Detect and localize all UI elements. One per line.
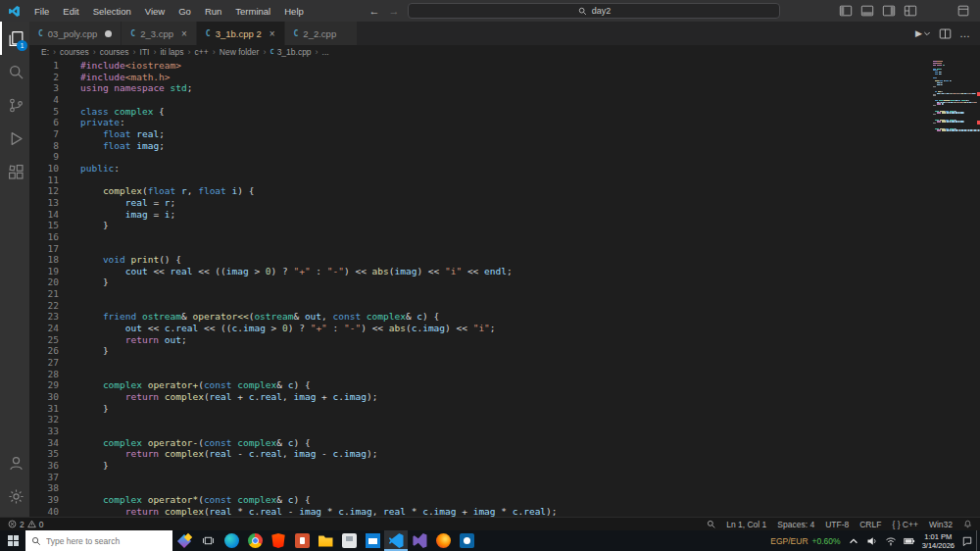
menu-help[interactable]: Help	[277, 0, 311, 22]
modified-dot-icon[interactable]	[105, 30, 112, 37]
network-wifi-icon[interactable]	[885, 535, 897, 547]
activitybar-source-control[interactable]	[0, 88, 29, 122]
code-line-16[interactable]	[80, 231, 931, 243]
code-line-39[interactable]: complex operator*(const complex& c) {	[80, 494, 931, 506]
code-line-12[interactable]: complex(float r, float i) {	[80, 185, 931, 197]
language-mode[interactable]: { } C++	[892, 520, 917, 529]
split-editor-icon[interactable]	[939, 27, 952, 40]
speaker-icon[interactable]	[866, 535, 878, 547]
code-line-36[interactable]: }	[80, 460, 931, 472]
code-line-4[interactable]	[80, 94, 931, 106]
tab-2-2-cpp[interactable]: C2_2.cpp	[285, 22, 359, 45]
battery-icon[interactable]	[904, 535, 915, 547]
code-line-26[interactable]: }	[80, 345, 931, 357]
brave-taskbar-button[interactable]	[267, 530, 290, 551]
vscode-taskbar-button[interactable]	[384, 530, 408, 551]
code-line-19[interactable]: cout << real << ((imag > 0) ? "+" : "-")…	[80, 266, 931, 277]
breadcrumb-item[interactable]: ...	[322, 47, 329, 57]
mail-taskbar-button[interactable]	[361, 530, 384, 551]
code-line-24[interactable]: out << c.real << ((c.imag > 0) ? "+" : "…	[80, 323, 931, 334]
command-center-search[interactable]: day2	[408, 3, 780, 19]
code-line-9[interactable]	[80, 151, 931, 163]
notifications-bell-icon[interactable]	[963, 520, 972, 528]
zoom-icon[interactable]	[707, 520, 715, 528]
menu-view[interactable]: View	[138, 0, 172, 22]
tab-2-3-cpp[interactable]: C2_3.cpp×	[122, 22, 196, 45]
code-line-20[interactable]: }	[80, 276, 931, 288]
indentation[interactable]: Spaces: 4	[777, 520, 814, 529]
activitybar-accounts[interactable]	[0, 446, 29, 479]
menu-run[interactable]: Run	[198, 0, 228, 22]
activitybar-run-debug[interactable]	[0, 122, 29, 155]
breadcrumb-item[interactable]: C3_1b.cpp	[270, 47, 311, 57]
code-line-15[interactable]: }	[80, 220, 931, 231]
toggle-panel-icon[interactable]	[860, 4, 874, 18]
firefox-taskbar-button[interactable]	[431, 530, 455, 551]
code-line-30[interactable]: return complex(real + c.real, imag + c.i…	[80, 391, 931, 403]
code-area[interactable]: #include<iostream>#include<math.h>using …	[71, 59, 931, 517]
menu-go[interactable]: Go	[172, 0, 198, 22]
code-line-40[interactable]: return complex(real * c.real - imag * c.…	[80, 506, 931, 517]
code-line-13[interactable]: real = r;	[80, 197, 931, 209]
code-line-10[interactable]: public:	[80, 163, 931, 175]
code-line-32[interactable]	[80, 414, 931, 426]
customize-layout-icon[interactable]	[904, 4, 917, 18]
cpp-configuration[interactable]: Win32	[929, 520, 953, 529]
breadcrumb-item[interactable]: c++	[195, 47, 209, 57]
more-actions-icon[interactable]: …	[959, 27, 971, 39]
code-line-22[interactable]	[80, 300, 931, 312]
breadcrumb-item[interactable]: courses	[60, 47, 89, 57]
taskbar-search[interactable]	[25, 530, 172, 551]
breadcrumb-item[interactable]: E:	[41, 47, 49, 57]
activitybar-settings[interactable]	[0, 479, 29, 513]
menu-selection[interactable]: Selection	[86, 0, 138, 22]
menu-edit[interactable]: Edit	[56, 0, 85, 22]
menu-file[interactable]: File	[27, 0, 56, 22]
code-line-21[interactable]	[80, 288, 931, 300]
breadcrumb-item[interactable]: iti laps	[160, 47, 183, 57]
code-line-29[interactable]: complex operator+(const complex& c) {	[80, 379, 931, 391]
code-line-18[interactable]: void print() {	[80, 254, 931, 266]
close-icon[interactable]: ×	[181, 28, 187, 39]
news-interests-button[interactable]	[172, 530, 196, 551]
run-button[interactable]: ▶	[915, 28, 931, 38]
code-line-38[interactable]	[80, 482, 931, 494]
code-line-5[interactable]: class complex {	[80, 106, 931, 118]
show-desktop-button[interactable]	[976, 530, 980, 551]
code-line-17[interactable]	[80, 243, 931, 255]
activitybar-search[interactable]	[0, 55, 29, 88]
code-line-35[interactable]: return complex(real - c.real, imag - c.i…	[80, 448, 931, 460]
code-line-2[interactable]: #include<math.h>	[80, 72, 931, 83]
code-line-34[interactable]: complex operator-(const complex& c) {	[80, 437, 931, 449]
code-line-7[interactable]: float real;	[80, 128, 931, 140]
code-line-28[interactable]	[80, 369, 931, 380]
tab-3-1b-cpp-2[interactable]: C3_1b.cpp 2×	[197, 22, 285, 45]
code-line-6[interactable]: private:	[80, 117, 931, 128]
task-view-button[interactable]	[196, 530, 220, 551]
code-line-23[interactable]: friend ostream& operator<<(ostream& out,…	[80, 311, 931, 323]
tab-03-poly-cpp[interactable]: C03_poly.cpp	[29, 22, 122, 45]
breadcrumb-item[interactable]: New folder	[220, 47, 260, 57]
code-line-27[interactable]	[80, 357, 931, 369]
minimap[interactable]	[931, 59, 980, 517]
code-line-25[interactable]: return out;	[80, 334, 931, 346]
code-line-3[interactable]: using namespace std;	[80, 82, 931, 94]
file-explorer-taskbar-button[interactable]	[314, 530, 337, 551]
action-center-icon[interactable]	[961, 535, 973, 547]
hidden-icons-chevron-icon[interactable]	[848, 535, 859, 547]
breadcrumb-item[interactable]: ITI	[140, 47, 150, 57]
cursor-position[interactable]: Ln 1, Col 1	[726, 520, 766, 529]
code-line-37[interactable]	[80, 472, 931, 483]
edge-taskbar-button[interactable]	[220, 530, 243, 551]
taskbar-clock[interactable]: 1:01 PM 3/14/2026	[922, 532, 955, 550]
start-button[interactable]	[0, 530, 25, 551]
visual-studio-taskbar-button[interactable]	[408, 530, 431, 551]
stock-ticker[interactable]: EGP/EUR +0.60%	[770, 536, 840, 546]
nav-back-icon[interactable]: ←	[368, 5, 379, 17]
taskbar-search-input[interactable]	[46, 536, 167, 546]
menu-terminal[interactable]: Terminal	[228, 0, 277, 22]
powerpoint-taskbar-button[interactable]	[290, 530, 314, 551]
nav-forward-icon[interactable]: →	[388, 5, 399, 17]
code-line-1[interactable]: #include<iostream>	[80, 60, 931, 72]
toggle-secondary-sidebar-icon[interactable]	[882, 4, 896, 18]
